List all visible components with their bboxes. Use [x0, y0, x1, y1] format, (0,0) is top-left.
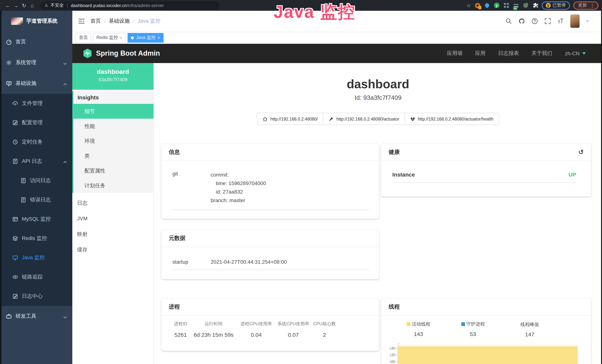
tab-home[interactable]: 首页	[76, 33, 91, 43]
tab-java-monitor[interactable]: Java 监控 ×	[128, 33, 163, 43]
sidebar-item-infrastructure[interactable]: 基础设施	[0, 73, 72, 94]
ytick-100: 100	[390, 360, 395, 364]
edit-square-icon	[12, 120, 18, 126]
sidebar-item-system[interactable]: 系统管理	[0, 52, 72, 73]
update-label: 更新	[578, 2, 587, 9]
sba-item-caches[interactable]: 缓存	[72, 242, 153, 257]
legend-value: 147	[503, 331, 557, 337]
not-secure-warning-icon: ⚠	[44, 3, 48, 8]
user-avatar[interactable]	[570, 14, 580, 28]
val-cpu-cores: 2	[307, 332, 342, 338]
sba-item-classes[interactable]: 类	[74, 148, 153, 163]
extension-leaf-icon[interactable]	[522, 2, 529, 9]
browser-home-icon[interactable]: ⌂	[28, 1, 36, 10]
sidebar-item-log-center[interactable]: 日志中心	[0, 287, 72, 306]
sba-item-metrics[interactable]: 性能	[74, 119, 153, 134]
monitor-icon	[12, 255, 18, 261]
history-icon[interactable]: ↺	[579, 149, 584, 155]
instance-header[interactable]: dashboard 93a3fc7f7409	[72, 63, 153, 90]
profile-paused-badge[interactable]: 已暂停	[542, 1, 570, 10]
browser-update-button[interactable]: 更新 ⋮	[573, 1, 599, 10]
extension-badge: 1	[478, 6, 481, 9]
sidebar-item-file-management[interactable]: 文件管理	[0, 94, 72, 113]
sidebar-item-label: Redis 监控	[22, 235, 47, 242]
sidebar-item-redis-monitor[interactable]: Redis 监控	[0, 229, 72, 248]
sidebar-item-access-logs[interactable]: 访问日志	[0, 171, 72, 190]
sidebar-item-error-logs[interactable]: 错误日志	[0, 190, 72, 210]
sidebar-item-java-monitor[interactable]: Java 监控	[0, 248, 72, 268]
sba-item-mappings[interactable]: 映射	[72, 226, 153, 242]
threads-area-chart: 140 120 100	[390, 339, 583, 364]
cloud-upload-icon	[12, 100, 18, 107]
tab-close-icon[interactable]: ×	[120, 35, 122, 40]
health-row-label: Instance	[392, 171, 415, 178]
url-path: /infra/admin-server	[127, 3, 164, 8]
locale-caret-icon	[582, 52, 586, 54]
sba-brand[interactable]: Spring Boot Admin	[83, 48, 160, 59]
sba-item-environment[interactable]: 环境	[74, 134, 153, 148]
sba-item-scheduled-tasks[interactable]: 计划任务	[74, 178, 153, 193]
actuator-url-label: http://192.168.0.2:48080/actuator	[336, 117, 399, 121]
sba-sidebar: dashboard 93a3fc7f7409 Insights 细节 性能 环境…	[72, 63, 154, 364]
health-card-body: Instance UP	[381, 161, 591, 183]
bookmark-star-icon[interactable]: ☆	[466, 2, 471, 8]
sba-item-jvm[interactable]: JVM	[72, 211, 153, 226]
health-url-link[interactable]: http://192.168.0.2:48080/actuator/health	[404, 113, 499, 125]
sidebar-item-label: 系统管理	[16, 59, 36, 66]
font-size-icon[interactable]	[557, 18, 564, 24]
tab-close-icon[interactable]: ×	[157, 35, 160, 40]
address-bar[interactable]: ⚠ 不安全 dashboard.yudao.iocoder.cn/infra/a…	[40, 1, 219, 10]
extension-pin-icon[interactable]	[484, 2, 490, 9]
sba-nav-about[interactable]: 关于我们	[532, 50, 552, 57]
legend-value: 143	[392, 331, 445, 337]
service-url-label: http://192.168.0.2:48080/	[270, 117, 318, 121]
avatar-caret-icon[interactable]	[586, 20, 589, 22]
sidebar-item-config-management[interactable]: 配置管理	[0, 113, 72, 132]
sba-item-logs[interactable]: 日志	[72, 195, 153, 211]
window-right-edge	[601, 11, 602, 364]
url-host: dashboard.yudao.iocoder.cn	[71, 3, 127, 8]
sidebar-submenu-infrastructure: 文件管理 配置管理 定时任务 API 日志 访问日志	[0, 94, 72, 306]
navbar-actions	[505, 14, 589, 28]
sba-nav-applications[interactable]: 应用	[475, 50, 485, 57]
sidebar-item-mysql-monitor[interactable]: MySQL 监控	[0, 210, 72, 229]
extension-grid-icon[interactable]	[503, 2, 509, 9]
sba-nav-wallboard[interactable]: 应用墙	[447, 50, 462, 57]
browser-back-icon[interactable]: ←	[4, 1, 12, 10]
sidebar-logo-row[interactable]: 芋道管理系统	[0, 11, 72, 32]
tab-redis-monitor[interactable]: Redis 监控 ×	[93, 33, 126, 43]
sidebar-item-api-logs[interactable]: API 日志	[0, 152, 72, 171]
extension-switch-icon[interactable]: on	[513, 2, 519, 9]
tab-label: Java 监控	[136, 34, 156, 41]
actuator-url-link[interactable]: http://192.168.0.2:48080/actuator	[323, 113, 405, 125]
health-card: 健康 ↺ Instance UP	[381, 144, 591, 197]
search-icon[interactable]	[505, 18, 512, 24]
hamburger-icon[interactable]	[78, 18, 85, 24]
extension-orange-icon[interactable]: 1	[474, 2, 481, 9]
sba-locale-select[interactable]: zh-CN	[565, 50, 586, 56]
breadcrumb-infrastructure[interactable]: 基础设施	[109, 18, 129, 24]
health-instance-row[interactable]: Instance UP	[392, 171, 576, 178]
help-icon[interactable]	[531, 18, 538, 24]
browser-reload-icon[interactable]: ↻	[20, 1, 28, 10]
app-title: 芋道管理系统	[26, 18, 57, 24]
browser-forward-icon[interactable]: →	[12, 1, 20, 10]
github-icon[interactable]	[518, 18, 525, 24]
metadata-card-body: startup 2021-04-27T00:44:31.254+08:00	[161, 247, 379, 270]
process-table-header: 进程ID 运行时间 进程CPU使用率 系统CPU使用率 CPU核心数	[161, 321, 379, 327]
extension-green-icon[interactable]: y	[494, 2, 500, 9]
col-cpu-cores: CPU核心数	[307, 321, 342, 327]
breadcrumb-home[interactable]: 首页	[90, 18, 101, 24]
clock-icon	[12, 139, 18, 145]
sba-item-config-props[interactable]: 配置属性	[74, 163, 153, 178]
sidebar-item-scheduled-jobs[interactable]: 定时任务	[0, 132, 72, 152]
sba-item-details[interactable]: 细节	[72, 104, 153, 119]
sidebar-item-tracing[interactable]: 链路追踪	[0, 268, 72, 287]
sidebar-item-dev-tools[interactable]: 研发工具	[0, 306, 72, 327]
sba-nav-journal[interactable]: 日志报表	[498, 50, 519, 57]
window-left-edge	[0, 11, 1, 364]
extensions-puzzle-icon[interactable]	[532, 2, 538, 9]
service-url-link[interactable]: http://192.168.0.2:48080/	[257, 113, 323, 125]
fullscreen-icon[interactable]	[544, 18, 551, 24]
sidebar-item-home[interactable]: 首页	[0, 32, 72, 52]
